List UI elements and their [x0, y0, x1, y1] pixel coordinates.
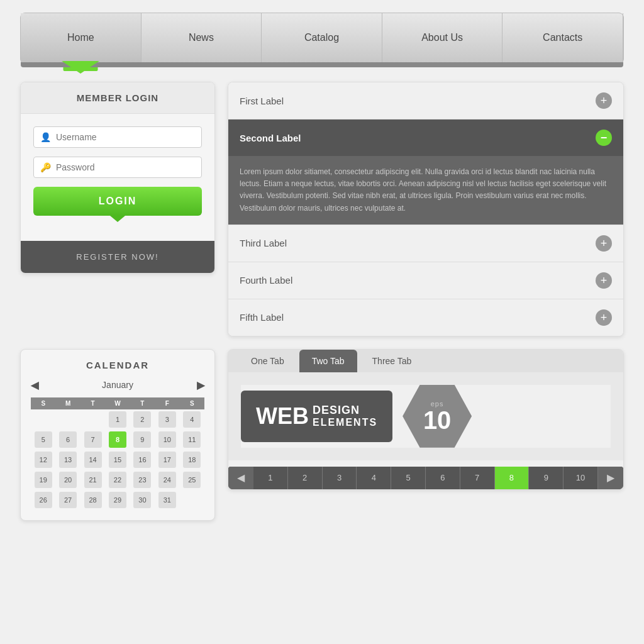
cal-header-s1: S — [31, 397, 55, 409]
calendar-day-cell[interactable]: 25 — [180, 470, 204, 490]
calendar-day[interactable]: 27 — [59, 492, 77, 508]
calendar-day[interactable]: 13 — [59, 452, 77, 468]
calendar-day[interactable]: 8 — [109, 431, 126, 448]
calendar-day[interactable]: 19 — [35, 472, 52, 488]
calendar-day-cell[interactable]: 13 — [55, 450, 80, 470]
calendar-day-cell[interactable]: 16 — [130, 450, 155, 470]
calendar-day[interactable]: 24 — [158, 472, 176, 488]
calendar-day[interactable]: 15 — [109, 452, 126, 468]
page-8[interactable]: 8 — [495, 467, 530, 489]
calendar-day[interactable]: 28 — [84, 492, 102, 508]
nav-item-home[interactable]: Home — [21, 13, 142, 62]
calendar-prev-button[interactable]: ◀ — [31, 379, 38, 391]
calendar-day-cell[interactable]: 10 — [155, 430, 179, 450]
accordion-toggle-4[interactable]: + — [596, 272, 612, 289]
tab-two[interactable]: Two Tab — [299, 350, 357, 372]
accordion-header-3[interactable]: Third Label + — [228, 225, 623, 262]
page-4[interactable]: 4 — [357, 467, 391, 489]
calendar-day-cell[interactable]: 29 — [105, 490, 130, 510]
calendar-day[interactable]: 16 — [133, 452, 151, 468]
calendar-day-cell[interactable]: 23 — [130, 470, 155, 490]
nav-item-contacts[interactable]: Cantacts — [502, 13, 623, 62]
accordion-header-2[interactable]: Second Label − — [228, 119, 623, 156]
page-5[interactable]: 5 — [391, 467, 426, 489]
password-input[interactable] — [56, 162, 195, 172]
calendar-day[interactable]: 20 — [59, 472, 77, 488]
calendar-day[interactable]: 4 — [183, 411, 201, 428]
nav-item-catalog[interactable]: Catalog — [262, 13, 382, 62]
accordion-header-4[interactable]: Fourth Label + — [228, 262, 623, 299]
calendar-day[interactable]: 14 — [84, 452, 102, 468]
nav-item-about[interactable]: About Us — [382, 13, 503, 62]
calendar-day[interactable]: 26 — [35, 492, 52, 508]
calendar-day[interactable]: 2 — [133, 411, 151, 428]
accordion-header-5[interactable]: Fifth Label + — [228, 299, 623, 336]
calendar-day[interactable]: 29 — [109, 492, 126, 508]
calendar-day[interactable]: 5 — [35, 431, 52, 448]
calendar-day-cell[interactable]: 6 — [55, 430, 80, 450]
calendar-day-cell[interactable]: 24 — [155, 470, 179, 490]
accordion-toggle-1[interactable]: + — [596, 92, 612, 109]
calendar-day[interactable]: 10 — [158, 431, 176, 448]
calendar-day-cell[interactable]: 21 — [80, 470, 105, 490]
tab-one[interactable]: One Tab — [238, 350, 297, 372]
page-7[interactable]: 7 — [460, 467, 495, 489]
calendar-day[interactable]: 30 — [133, 492, 151, 508]
calendar-day[interactable]: 22 — [109, 472, 126, 488]
username-input[interactable] — [56, 132, 195, 142]
accordion-header-1[interactable]: First Label + — [228, 82, 623, 119]
pagination-prev[interactable]: ◀ — [228, 467, 253, 489]
page-6[interactable]: 6 — [426, 467, 460, 489]
calendar-day-cell[interactable]: 30 — [130, 490, 155, 510]
calendar-day[interactable]: 3 — [158, 411, 176, 428]
calendar-day-cell[interactable]: 26 — [31, 490, 55, 510]
calendar-day-cell[interactable]: 2 — [130, 409, 155, 430]
calendar-day-cell[interactable]: 31 — [155, 490, 179, 510]
calendar-day-cell[interactable]: 9 — [130, 430, 155, 450]
page-2[interactable]: 2 — [288, 467, 323, 489]
calendar-day-cell[interactable]: 28 — [80, 490, 105, 510]
calendar-day[interactable]: 1 — [109, 411, 126, 428]
calendar-day-cell[interactable]: 18 — [180, 450, 204, 470]
accordion-toggle-5[interactable]: + — [596, 309, 612, 326]
calendar-day[interactable]: 17 — [158, 452, 176, 468]
page-1[interactable]: 1 — [253, 467, 288, 489]
accordion-toggle-3[interactable]: + — [596, 235, 612, 252]
calendar-day[interactable]: 7 — [84, 431, 102, 448]
calendar-day[interactable]: 21 — [84, 472, 102, 488]
calendar-day-cell[interactable]: 20 — [55, 470, 80, 490]
calendar-day-cell[interactable]: 19 — [31, 470, 55, 490]
calendar-day-cell[interactable]: 3 — [155, 409, 179, 430]
calendar-day-cell[interactable]: 22 — [105, 470, 130, 490]
calendar-next-button[interactable]: ▶ — [197, 379, 204, 391]
page-10[interactable]: 10 — [564, 467, 598, 489]
calendar-day-cell[interactable]: 8 — [105, 430, 130, 450]
calendar-day-cell[interactable]: 17 — [155, 450, 179, 470]
page-3[interactable]: 3 — [323, 467, 357, 489]
calendar-day-cell[interactable]: 27 — [55, 490, 80, 510]
calendar-day-cell[interactable]: 4 — [180, 409, 204, 430]
calendar-day[interactable]: 12 — [35, 452, 52, 468]
tab-three[interactable]: Three Tab — [360, 350, 425, 372]
accordion-label-3: Third Label — [240, 238, 287, 248]
register-footer[interactable]: REGISTER NOW! — [21, 241, 214, 273]
calendar-day-cell[interactable]: 5 — [31, 430, 55, 450]
calendar-day[interactable]: 11 — [183, 431, 201, 448]
calendar-day[interactable]: 18 — [183, 452, 201, 468]
calendar-day[interactable]: 31 — [158, 492, 176, 508]
page-9[interactable]: 9 — [529, 467, 564, 489]
calendar-day[interactable]: 23 — [133, 472, 151, 488]
accordion-toggle-2[interactable]: − — [596, 130, 612, 146]
nav-item-news[interactable]: News — [142, 13, 262, 62]
login-button[interactable]: LOGIN — [33, 187, 202, 216]
calendar-day-cell[interactable]: 1 — [105, 409, 130, 430]
calendar-day[interactable]: 9 — [133, 431, 151, 448]
calendar-day-cell[interactable]: 14 — [80, 450, 105, 470]
calendar-day-cell[interactable]: 12 — [31, 450, 55, 470]
calendar-day-cell[interactable]: 7 — [80, 430, 105, 450]
calendar-day-cell[interactable]: 15 — [105, 450, 130, 470]
calendar-day-cell[interactable]: 11 — [180, 430, 204, 450]
calendar-day[interactable]: 6 — [59, 431, 77, 448]
pagination-next[interactable]: ▶ — [598, 467, 623, 489]
calendar-day[interactable]: 25 — [183, 472, 201, 488]
